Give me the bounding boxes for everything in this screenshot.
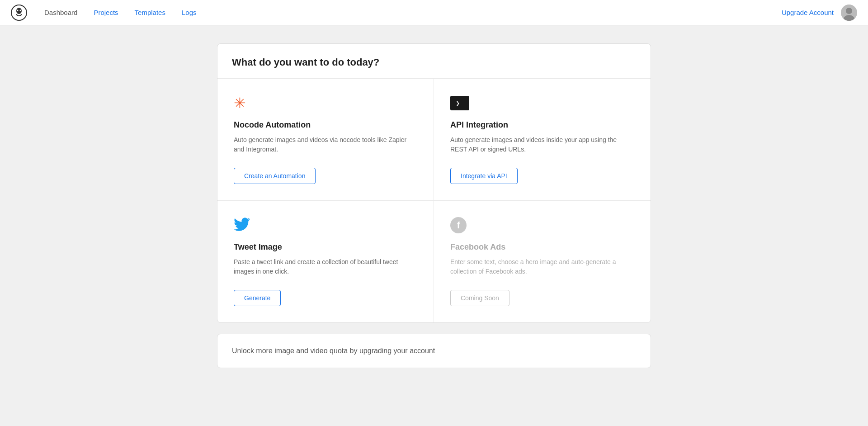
avatar-icon [841,5,857,21]
facebook-icon: f [450,217,467,233]
create-automation-button[interactable]: Create an Automation [234,168,316,184]
twitter-icon [234,218,250,233]
facebook-desc: Enter some text, choose a hero image and… [450,257,634,279]
facebook-icon-container: f [450,215,634,235]
nocode-icon-container: ✳ [234,93,417,113]
logo[interactable] [11,5,27,21]
nocode-title: Nocode Automation [234,120,417,130]
card-title: What do you want to do today? [217,44,651,79]
upgrade-account-link[interactable]: Upgrade Account [782,9,834,16]
api-title: API Integration [450,120,634,130]
option-facebook: f Facebook Ads Enter some text, choose a… [434,201,651,322]
avatar[interactable] [841,5,857,21]
options-grid: ✳ Nocode Automation Auto generate images… [217,79,651,322]
nav-templates[interactable]: Templates [128,5,172,20]
upgrade-card: Unlock more image and video quota by upg… [217,334,651,368]
api-icon-container: ❯_ [450,93,634,113]
svg-point-1 [16,8,22,14]
terminal-icon: ❯_ [450,96,469,110]
upgrade-text: Unlock more image and video quota by upg… [232,347,636,355]
facebook-title: Facebook Ads [450,242,634,252]
option-tweet: Tweet Image Paste a tweet link and creat… [217,201,434,322]
option-api: ❯_ API Integration Auto generate images … [434,79,651,201]
twitter-icon-container [234,215,417,235]
logo-icon [11,5,27,21]
svg-point-2 [17,9,19,11]
nocode-desc: Auto generate images and videos via noco… [234,135,417,157]
api-desc: Auto generate images and videos inside y… [450,135,634,157]
options-card: What do you want to do today? ✳ Nocode A… [217,43,651,323]
coming-soon-button: Coming Soon [450,290,509,306]
nav-logs[interactable]: Logs [175,5,203,20]
nav-dashboard[interactable]: Dashboard [38,5,84,20]
nav-projects[interactable]: Projects [87,5,124,20]
navbar-right: Upgrade Account [782,5,857,21]
tweet-title: Tweet Image [234,242,417,252]
nav-links: Dashboard Projects Templates Logs [38,5,782,20]
integrate-api-button[interactable]: Integrate via API [450,168,518,184]
tweet-desc: Paste a tweet link and create a collecti… [234,257,417,279]
navbar: Dashboard Projects Templates Logs Upgrad… [0,0,868,25]
svg-point-3 [20,9,21,11]
option-nocode: ✳ Nocode Automation Auto generate images… [217,79,434,201]
svg-point-5 [846,8,852,14]
nocode-icon: ✳ [234,96,246,110]
twitter-svg [234,218,250,231]
main-content: What do you want to do today? ✳ Nocode A… [0,25,868,386]
generate-button[interactable]: Generate [234,290,281,306]
